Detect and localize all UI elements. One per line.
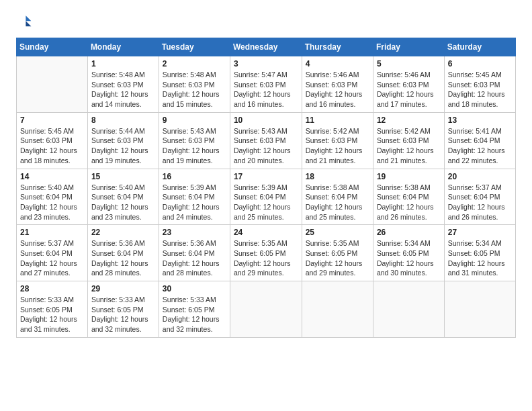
day-info: Sunrise: 5:48 AMSunset: 6:03 PMDaylight:… <box>91 70 155 109</box>
col-header-sunday: Sunday <box>17 38 88 56</box>
calendar-cell: 19 Sunrise: 5:38 AMSunset: 6:04 PMDaylig… <box>373 169 444 225</box>
day-number: 8 <box>91 116 155 125</box>
week-row-4: 21 Sunrise: 5:37 AMSunset: 6:04 PMDaylig… <box>17 225 516 281</box>
day-number: 16 <box>163 172 226 181</box>
day-number: 1 <box>91 59 155 68</box>
calendar-cell: 2 Sunrise: 5:48 AMSunset: 6:03 PMDayligh… <box>159 56 230 113</box>
day-number: 6 <box>448 59 512 68</box>
day-number: 11 <box>306 116 369 125</box>
day-info: Sunrise: 5:48 AMSunset: 6:03 PMDaylight:… <box>163 70 226 109</box>
calendar-cell: 20 Sunrise: 5:37 AMSunset: 6:04 PMDaylig… <box>444 169 515 225</box>
calendar-cell: 7 Sunrise: 5:45 AMSunset: 6:03 PMDayligh… <box>17 112 88 169</box>
calendar-cell: 13 Sunrise: 5:41 AMSunset: 6:04 PMDaylig… <box>444 112 515 169</box>
week-row-1: 1 Sunrise: 5:48 AMSunset: 6:03 PMDayligh… <box>17 56 516 113</box>
day-info: Sunrise: 5:46 AMSunset: 6:03 PMDaylight:… <box>377 70 441 109</box>
day-number: 9 <box>163 116 226 125</box>
day-info: Sunrise: 5:47 AMSunset: 6:03 PMDaylight:… <box>234 70 298 109</box>
day-number: 30 <box>163 284 226 293</box>
svg-marker-0 <box>26 15 31 21</box>
calendar-cell <box>230 281 302 338</box>
day-info: Sunrise: 5:35 AMSunset: 6:05 PMDaylight:… <box>234 238 298 278</box>
calendar-cell: 8 Sunrise: 5:44 AMSunset: 6:03 PMDayligh… <box>87 112 159 169</box>
day-number: 21 <box>20 228 84 237</box>
calendar-cell: 4 Sunrise: 5:46 AMSunset: 6:03 PMDayligh… <box>302 56 373 113</box>
day-number: 26 <box>377 228 441 237</box>
calendar-cell: 26 Sunrise: 5:34 AMSunset: 6:05 PMDaylig… <box>373 225 444 281</box>
day-number: 12 <box>377 116 441 125</box>
calendar-cell <box>444 281 515 338</box>
day-number: 20 <box>448 172 512 181</box>
day-number: 28 <box>20 284 84 293</box>
day-number: 5 <box>377 59 441 68</box>
calendar-cell: 30 Sunrise: 5:33 AMSunset: 6:05 PMDaylig… <box>159 281 230 338</box>
calendar-cell: 17 Sunrise: 5:39 AMSunset: 6:04 PMDaylig… <box>230 169 302 225</box>
day-info: Sunrise: 5:36 AMSunset: 6:04 PMDaylight:… <box>91 238 155 278</box>
calendar-cell: 23 Sunrise: 5:36 AMSunset: 6:04 PMDaylig… <box>159 225 230 281</box>
day-info: Sunrise: 5:34 AMSunset: 6:05 PMDaylight:… <box>448 238 512 278</box>
calendar-cell: 24 Sunrise: 5:35 AMSunset: 6:05 PMDaylig… <box>230 225 302 281</box>
col-header-thursday: Thursday <box>302 38 373 56</box>
day-number: 7 <box>20 116 84 125</box>
day-number: 15 <box>91 172 155 181</box>
calendar-cell: 25 Sunrise: 5:35 AMSunset: 6:05 PMDaylig… <box>302 225 373 281</box>
day-info: Sunrise: 5:34 AMSunset: 6:05 PMDaylight:… <box>377 238 441 278</box>
logo <box>16 13 35 30</box>
calendar-cell: 28 Sunrise: 5:33 AMSunset: 6:05 PMDaylig… <box>17 281 88 338</box>
day-info: Sunrise: 5:45 AMSunset: 6:03 PMDaylight:… <box>20 126 84 166</box>
col-header-tuesday: Tuesday <box>159 38 230 56</box>
day-info: Sunrise: 5:40 AMSunset: 6:04 PMDaylight:… <box>91 183 155 222</box>
calendar-cell: 11 Sunrise: 5:42 AMSunset: 6:03 PMDaylig… <box>302 112 373 169</box>
day-number: 13 <box>448 116 512 125</box>
calendar-cell <box>373 281 444 338</box>
day-info: Sunrise: 5:40 AMSunset: 6:04 PMDaylight:… <box>20 183 84 222</box>
day-info: Sunrise: 5:33 AMSunset: 6:05 PMDaylight:… <box>20 295 84 334</box>
calendar-cell: 18 Sunrise: 5:38 AMSunset: 6:04 PMDaylig… <box>302 169 373 225</box>
calendar-cell: 16 Sunrise: 5:39 AMSunset: 6:04 PMDaylig… <box>159 169 230 225</box>
day-info: Sunrise: 5:33 AMSunset: 6:05 PMDaylight:… <box>163 295 226 334</box>
calendar-cell: 6 Sunrise: 5:45 AMSunset: 6:03 PMDayligh… <box>444 56 515 113</box>
day-number: 3 <box>234 59 298 68</box>
day-number: 23 <box>163 228 226 237</box>
calendar-cell: 27 Sunrise: 5:34 AMSunset: 6:05 PMDaylig… <box>444 225 515 281</box>
week-row-5: 28 Sunrise: 5:33 AMSunset: 6:05 PMDaylig… <box>17 281 516 338</box>
day-number: 10 <box>234 116 298 125</box>
day-info: Sunrise: 5:43 AMSunset: 6:03 PMDaylight:… <box>234 126 298 166</box>
calendar-cell: 5 Sunrise: 5:46 AMSunset: 6:03 PMDayligh… <box>373 56 444 113</box>
day-info: Sunrise: 5:37 AMSunset: 6:04 PMDaylight:… <box>20 238 84 278</box>
col-header-saturday: Saturday <box>444 38 515 56</box>
day-info: Sunrise: 5:42 AMSunset: 6:03 PMDaylight:… <box>377 126 441 166</box>
day-info: Sunrise: 5:35 AMSunset: 6:05 PMDaylight:… <box>306 238 369 278</box>
day-info: Sunrise: 5:38 AMSunset: 6:04 PMDaylight:… <box>377 183 441 222</box>
week-row-3: 14 Sunrise: 5:40 AMSunset: 6:04 PMDaylig… <box>17 169 516 225</box>
calendar-cell: 10 Sunrise: 5:43 AMSunset: 6:03 PMDaylig… <box>230 112 302 169</box>
day-number: 18 <box>306 172 369 181</box>
day-number: 27 <box>448 228 512 237</box>
calendar-cell: 15 Sunrise: 5:40 AMSunset: 6:04 PMDaylig… <box>87 169 159 225</box>
day-info: Sunrise: 5:45 AMSunset: 6:03 PMDaylight:… <box>448 70 512 109</box>
calendar-cell: 22 Sunrise: 5:36 AMSunset: 6:04 PMDaylig… <box>87 225 159 281</box>
calendar-cell: 14 Sunrise: 5:40 AMSunset: 6:04 PMDaylig… <box>17 169 88 225</box>
day-info: Sunrise: 5:41 AMSunset: 6:04 PMDaylight:… <box>448 126 512 166</box>
calendar-table: SundayMondayTuesdayWednesdayThursdayFrid… <box>16 38 516 338</box>
day-number: 14 <box>20 172 84 181</box>
day-info: Sunrise: 5:33 AMSunset: 6:05 PMDaylight:… <box>91 295 155 334</box>
day-info: Sunrise: 5:36 AMSunset: 6:04 PMDaylight:… <box>163 238 226 278</box>
day-info: Sunrise: 5:44 AMSunset: 6:03 PMDaylight:… <box>91 126 155 166</box>
day-number: 17 <box>234 172 298 181</box>
logo-icon <box>16 13 32 30</box>
day-number: 25 <box>306 228 369 237</box>
day-info: Sunrise: 5:39 AMSunset: 6:04 PMDaylight:… <box>163 183 226 222</box>
svg-marker-1 <box>26 21 31 26</box>
day-info: Sunrise: 5:46 AMSunset: 6:03 PMDaylight:… <box>306 70 369 109</box>
header <box>16 13 516 30</box>
day-info: Sunrise: 5:43 AMSunset: 6:03 PMDaylight:… <box>163 126 226 166</box>
col-header-friday: Friday <box>373 38 444 56</box>
calendar-cell <box>17 56 88 113</box>
day-info: Sunrise: 5:39 AMSunset: 6:04 PMDaylight:… <box>234 183 298 222</box>
week-row-2: 7 Sunrise: 5:45 AMSunset: 6:03 PMDayligh… <box>17 112 516 169</box>
day-number: 22 <box>91 228 155 237</box>
day-info: Sunrise: 5:42 AMSunset: 6:03 PMDaylight:… <box>306 126 369 166</box>
day-number: 24 <box>234 228 298 237</box>
col-header-monday: Monday <box>87 38 159 56</box>
day-number: 19 <box>377 172 441 181</box>
